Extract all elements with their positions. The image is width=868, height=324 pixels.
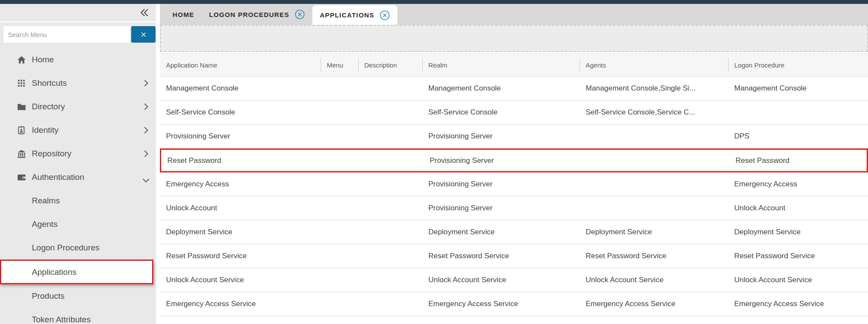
cell-logon-procedure: Reset Password [729, 156, 868, 165]
close-icon [140, 31, 147, 38]
sidebar-item-directory[interactable]: Directory [0, 95, 156, 118]
tab-home[interactable]: HOME [165, 4, 202, 25]
tab-applications[interactable]: APPLICATIONS [312, 5, 397, 25]
cell-application-name: Provisioning Server [160, 132, 321, 141]
cell-agents: Management Console,Single Si... [580, 84, 728, 93]
chevron-right-icon [141, 78, 151, 88]
folder-icon [17, 101, 27, 112]
tab-label: APPLICATIONS [320, 11, 374, 19]
table-row[interactable]: Deployment ServiceDeployment ServiceDepl… [160, 220, 868, 244]
sidebar-item-label: Directory [32, 102, 141, 111]
sidebar: HomeShortcutsDirectoryIdentityRepository… [0, 4, 156, 324]
search-clear-button[interactable] [131, 26, 156, 43]
column-header-realm[interactable]: Realm [422, 54, 580, 76]
cell-realm: Provisioning Server [422, 180, 580, 189]
bank-icon [17, 148, 27, 159]
sidebar-item-label: Repository [32, 149, 141, 159]
cell-application-name: Deployment Service [160, 228, 321, 236]
collapse-sidebar-icon[interactable] [139, 7, 150, 18]
column-header-label: Menu [327, 61, 343, 69]
sidebar-item-logon-procedures[interactable]: Logon Procedures [0, 236, 156, 260]
column-header-description[interactable]: Description [358, 54, 422, 76]
sidebar-item-repository[interactable]: Repository [0, 142, 156, 165]
cell-logon-procedure: Emergency Access [728, 180, 868, 189]
cell-logon-procedure: DPS [728, 132, 868, 141]
table-row[interactable]: Provisioning ServerProvisioning ServerDP… [160, 125, 868, 148]
table-header: Application NameMenuDescriptionRealmAgen… [160, 54, 868, 77]
column-header-label: Description [364, 61, 397, 69]
table-row[interactable]: Self-Service ConsoleSelf-Service Console… [160, 101, 868, 125]
cell-application-name: Unlock Account Service [160, 276, 321, 284]
column-header-agents[interactable]: Agents [580, 54, 728, 76]
cell-agents: Unlock Account Service [580, 276, 728, 284]
table-row[interactable]: Management ConsoleManagement ConsoleMana… [160, 77, 868, 101]
sidebar-nav: HomeShortcutsDirectoryIdentityRepository… [0, 48, 156, 324]
column-header-label: Realm [428, 61, 447, 69]
applications-table: Application NameMenuDescriptionRealmAgen… [160, 54, 868, 316]
cell-logon-procedure: Management Console [728, 84, 868, 93]
cell-application-name: Reset Password Service [160, 252, 321, 260]
column-header-menu[interactable]: Menu [321, 54, 358, 76]
sidebar-item-label: Token Attributes [32, 315, 151, 324]
column-header-label: Agents [586, 61, 606, 69]
cell-application-name: Emergency Access [160, 180, 321, 189]
sidebar-item-label: Authentication [32, 172, 141, 182]
sidebar-item-label: Identity [32, 125, 141, 135]
cell-application-name: Reset Password [161, 156, 322, 165]
tab-label: LOGON PROCEDURES [209, 11, 289, 18]
tab-bar: HOMELOGON PROCEDURESAPPLICATIONS [160, 4, 868, 25]
sidebar-item-token-attributes[interactable]: Token Attributes [0, 308, 156, 324]
sidebar-item-applications[interactable]: Applications [0, 260, 153, 284]
search-input[interactable] [3, 26, 130, 43]
cell-application-name: Emergency Access Service [160, 300, 321, 308]
table-row[interactable]: Emergency Access ServiceEmergency Access… [160, 292, 868, 316]
table-row[interactable]: Unlock AccountProvisioning ServerUnlock … [160, 196, 868, 220]
chevron-down-icon [141, 176, 151, 185]
chevron-right-icon [141, 125, 151, 135]
tab-close-icon[interactable] [380, 10, 390, 20]
cell-logon-procedure: Reset Password Service [728, 252, 868, 260]
chevron-right-icon [141, 102, 151, 111]
cell-agents: Emergency Access Service [580, 300, 728, 308]
toolbar-strip [160, 25, 868, 52]
table-row[interactable]: Emergency AccessProvisioning ServerEmerg… [160, 172, 868, 196]
sidebar-item-realms[interactable]: Realms [0, 189, 156, 213]
sidebar-item-authentication[interactable]: Authentication [0, 165, 156, 189]
table-row[interactable]: Reset PasswordProvisioning ServerReset P… [160, 148, 868, 172]
sidebar-item-shortcuts[interactable]: Shortcuts [0, 71, 156, 95]
column-header-label: Application Name [166, 61, 217, 69]
sidebar-item-home[interactable]: Home [0, 48, 156, 71]
tab-logon-procedures[interactable]: LOGON PROCEDURES [202, 4, 312, 25]
sidebar-item-label: Applications [32, 267, 147, 277]
column-header-application-name[interactable]: Application Name [160, 54, 321, 76]
cell-logon-procedure: Unlock Account [728, 204, 868, 213]
sidebar-item-products[interactable]: Products [0, 284, 156, 308]
cell-agents: Deployment Service [580, 228, 728, 236]
cell-application-name: Management Console [160, 84, 321, 93]
sidebar-item-label: Products [32, 291, 151, 301]
sidebar-item-label: Agents [32, 219, 151, 229]
grid-icon [17, 78, 27, 88]
wallet-icon [17, 172, 27, 182]
tab-close-icon[interactable] [295, 9, 305, 20]
cell-realm: Deployment Service [422, 228, 580, 236]
tab-label: HOME [173, 11, 194, 18]
table-row[interactable]: Reset Password ServiceReset Password Ser… [160, 244, 868, 268]
sidebar-item-agents[interactable]: Agents [0, 213, 156, 236]
cell-realm: Provisioning Server [422, 204, 580, 213]
table-body: Management ConsoleManagement ConsoleMana… [160, 77, 868, 316]
search-row [0, 22, 156, 48]
column-header-label: Logon Procedure [734, 61, 784, 69]
cell-realm: Unlock Account Service [422, 276, 580, 284]
table-row[interactable]: Unlock Account ServiceUnlock Account Ser… [160, 268, 868, 292]
cell-application-name: Unlock Account [160, 204, 321, 213]
sidebar-item-label: Home [32, 55, 151, 64]
main-content: HOMELOGON PROCEDURESAPPLICATIONS Applica… [160, 4, 868, 324]
cell-application-name: Self-Service Console [160, 108, 321, 117]
sidebar-item-label: Shortcuts [32, 78, 141, 88]
column-header-logon-procedure[interactable]: Logon Procedure [728, 54, 868, 76]
cell-agents: Self-Service Console,Service C... [580, 108, 728, 117]
sidebar-item-identity[interactable]: Identity [0, 118, 156, 142]
id-badge-icon [17, 125, 27, 135]
cell-realm: Management Console [422, 84, 580, 93]
